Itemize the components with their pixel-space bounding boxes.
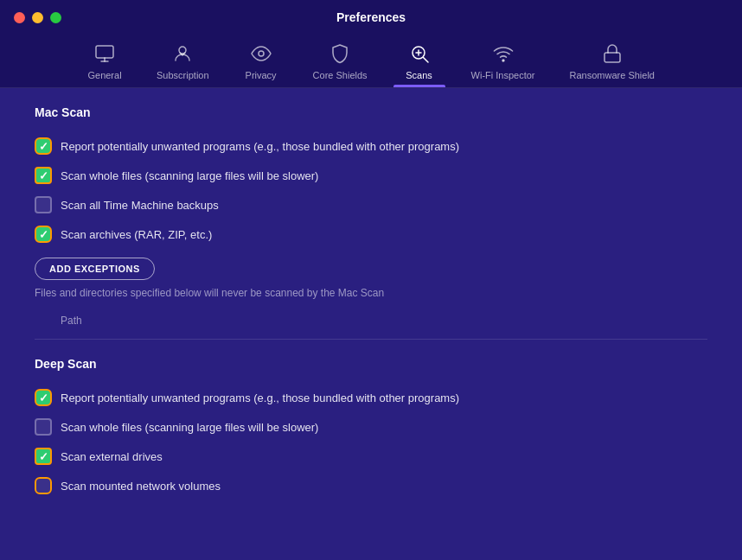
- mac-checkbox-report-pup[interactable]: [35, 137, 52, 155]
- path-divider: [35, 339, 707, 340]
- deep-label-scan-whole-files[interactable]: Scan whole files (scanning large files w…: [61, 421, 318, 434]
- mac-option-report-pup: Report potentially unwanted programs (e.…: [35, 131, 707, 161]
- deep-scan-title: Deep Scan: [35, 357, 707, 371]
- deep-checkbox-scan-whole-files[interactable]: [35, 418, 52, 436]
- nav-label-subscription: Subscription: [157, 70, 209, 80]
- mac-checkbox-time-machine[interactable]: [35, 196, 52, 213]
- wifi-icon: [493, 43, 514, 67]
- deep-checkbox-report-pup[interactable]: [35, 389, 52, 406]
- mac-option-scan-whole-files: Scan whole files (scanning large files w…: [35, 161, 707, 190]
- svg-rect-0: [96, 46, 113, 58]
- deep-option-scan-network: Scan mounted network volumes: [35, 471, 707, 500]
- scans-icon: [409, 43, 430, 67]
- nav-item-wifi-inspector[interactable]: Wi-Fi Inspector: [454, 35, 553, 87]
- deep-option-scan-whole-files: Scan whole files (scanning large files w…: [35, 412, 707, 442]
- nav-item-privacy[interactable]: Privacy: [227, 35, 296, 87]
- mac-checkbox-scan-archives[interactable]: [35, 226, 52, 243]
- minimize-button[interactable]: [32, 12, 43, 23]
- nav-item-general[interactable]: General: [70, 35, 139, 87]
- mac-checkbox-scan-whole-files[interactable]: [35, 167, 52, 184]
- nav-item-scans[interactable]: Scans: [385, 35, 454, 87]
- titlebar: Preferences: [0, 0, 742, 35]
- mac-scan-title: Mac Scan: [35, 105, 707, 119]
- nav-label-scans: Scans: [406, 70, 432, 80]
- deep-label-scan-external[interactable]: Scan external drives: [61, 450, 163, 463]
- nav-label-wifi-inspector: Wi-Fi Inspector: [471, 70, 535, 80]
- nav-label-general: General: [87, 70, 121, 80]
- deep-option-scan-external: Scan external drives: [35, 442, 707, 471]
- nav-label-privacy: Privacy: [246, 70, 277, 80]
- mac-option-time-machine: Scan all Time Machine backups: [35, 190, 707, 220]
- mac-label-scan-archives[interactable]: Scan archives (RAR, ZIP, etc.): [61, 228, 212, 241]
- close-button[interactable]: [14, 12, 25, 23]
- svg-point-9: [502, 60, 504, 61]
- mac-label-time-machine[interactable]: Scan all Time Machine backups: [61, 199, 219, 212]
- add-exceptions-button[interactable]: ADD EXCEPTIONS: [35, 258, 155, 280]
- deep-option-report-pup: Report potentially unwanted programs (e.…: [35, 383, 707, 412]
- nav-label-core-shields: Core Shields: [313, 70, 368, 80]
- nav-item-core-shields[interactable]: Core Shields: [296, 35, 385, 87]
- mac-label-scan-whole-files[interactable]: Scan whole files (scanning large files w…: [61, 169, 318, 182]
- svg-point-4: [259, 51, 264, 56]
- deep-checkbox-scan-network[interactable]: [35, 477, 52, 494]
- path-header: Path: [35, 308, 707, 332]
- maximize-button[interactable]: [50, 12, 61, 23]
- svg-rect-10: [604, 53, 620, 62]
- deep-checkbox-scan-external[interactable]: [35, 448, 52, 465]
- nav-bar: General Subscription Privacy Core Shield…: [0, 35, 742, 88]
- subscription-icon: [172, 43, 193, 67]
- deep-label-report-pup[interactable]: Report potentially unwanted programs (e.…: [61, 391, 459, 404]
- shield-icon: [329, 43, 350, 67]
- nav-label-ransomware-shield: Ransomware Shield: [570, 70, 655, 80]
- mac-label-report-pup[interactable]: Report potentially unwanted programs (e.…: [61, 140, 459, 153]
- privacy-icon: [251, 43, 272, 67]
- nav-item-ransomware-shield[interactable]: Ransomware Shield: [553, 35, 672, 87]
- window-controls: [14, 12, 61, 23]
- main-content: Mac Scan Report potentially unwanted pro…: [0, 88, 742, 560]
- mac-option-scan-archives: Scan archives (RAR, ZIP, etc.): [35, 220, 707, 249]
- monitor-icon: [94, 43, 115, 67]
- nav-item-subscription[interactable]: Subscription: [139, 35, 227, 87]
- deep-label-scan-network[interactable]: Scan mounted network volumes: [61, 480, 221, 493]
- svg-line-6: [423, 58, 428, 63]
- ransomware-icon: [602, 43, 623, 67]
- exceptions-note: Files and directories specified below wi…: [35, 287, 707, 299]
- window-title: Preferences: [336, 10, 406, 24]
